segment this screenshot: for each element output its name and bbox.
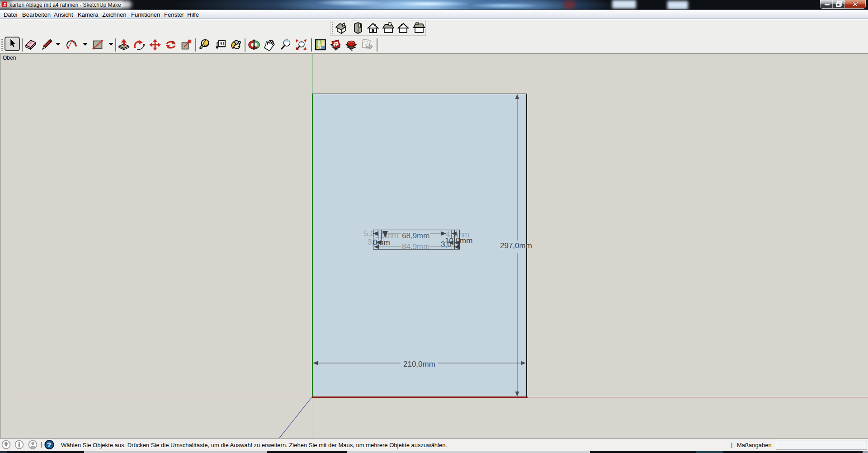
svg-text:?: ? — [47, 441, 51, 448]
svg-text:68,9mm: 68,9mm — [402, 231, 429, 240]
svg-text:A1: A1 — [219, 42, 225, 46]
svg-text:84,9mm: 84,9mm — [402, 242, 429, 251]
svg-text:3,0: 3,0 — [441, 240, 452, 249]
